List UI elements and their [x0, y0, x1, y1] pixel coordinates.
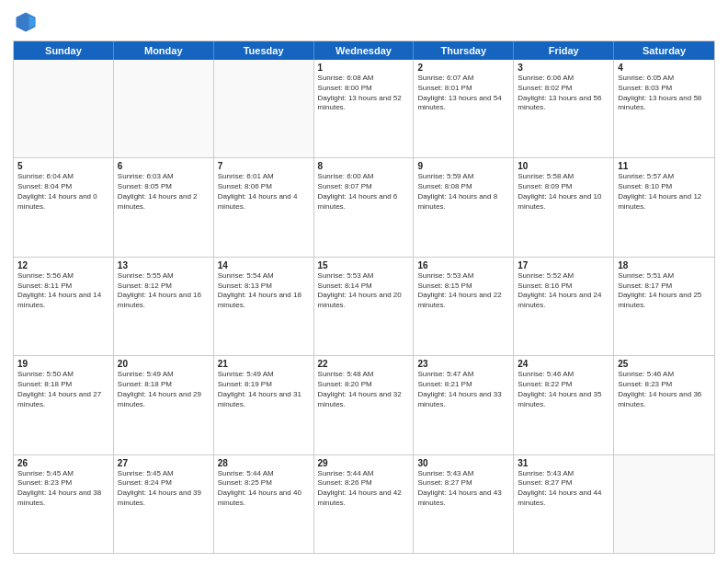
page: SundayMondayTuesdayWednesdayThursdayFrid…: [0, 0, 728, 563]
day-info: Sunrise: 5:45 AMSunset: 8:23 PMDaylight:…: [17, 469, 109, 509]
day-number: 23: [417, 359, 509, 369]
day-number: 25: [618, 359, 711, 369]
day-info: Sunrise: 6:03 AMSunset: 8:05 PMDaylight:…: [118, 172, 210, 212]
day-info: Sunrise: 5:51 AMSunset: 8:17 PMDaylight:…: [618, 271, 711, 311]
cal-cell-12: 12Sunrise: 5:56 AMSunset: 8:11 PMDayligh…: [14, 258, 114, 355]
day-info: Sunrise: 6:04 AMSunset: 8:04 PMDaylight:…: [17, 172, 109, 212]
cal-week-4: 19Sunrise: 5:50 AMSunset: 8:18 PMDayligh…: [14, 356, 714, 454]
day-number: 3: [518, 63, 609, 73]
cal-cell-26: 26Sunrise: 5:45 AMSunset: 8:23 PMDayligh…: [14, 455, 114, 553]
day-info: Sunrise: 5:45 AMSunset: 8:24 PMDaylight:…: [118, 469, 210, 509]
day-info: Sunrise: 5:47 AMSunset: 8:21 PMDaylight:…: [417, 370, 509, 409]
cal-cell-1: 1Sunrise: 6:08 AMSunset: 8:00 PMDaylight…: [314, 60, 415, 157]
day-number: 17: [518, 260, 609, 270]
cal-header-sunday: Sunday: [14, 41, 114, 60]
day-number: 2: [417, 63, 509, 73]
day-info: Sunrise: 6:01 AMSunset: 8:06 PMDaylight:…: [218, 172, 310, 212]
calendar-body: 1Sunrise: 6:08 AMSunset: 8:00 PMDaylight…: [14, 60, 714, 553]
cal-header-friday: Friday: [514, 41, 614, 60]
cal-cell-empty-0-1: [114, 60, 214, 157]
cal-week-5: 26Sunrise: 5:45 AMSunset: 8:23 PMDayligh…: [14, 455, 714, 553]
day-number: 26: [17, 458, 109, 468]
day-number: 22: [318, 359, 410, 369]
day-info: Sunrise: 5:48 AMSunset: 8:20 PMDaylight:…: [318, 370, 410, 409]
day-info: Sunrise: 5:58 AMSunset: 8:09 PMDaylight:…: [518, 172, 609, 212]
day-info: Sunrise: 5:43 AMSunset: 8:27 PMDaylight:…: [417, 469, 509, 509]
cal-cell-30: 30Sunrise: 5:43 AMSunset: 8:27 PMDayligh…: [414, 455, 514, 553]
calendar-header-row: SundayMondayTuesdayWednesdayThursdayFrid…: [14, 41, 714, 60]
cal-cell-13: 13Sunrise: 5:55 AMSunset: 8:12 PMDayligh…: [114, 258, 214, 355]
day-number: 11: [618, 161, 711, 171]
day-info: Sunrise: 5:44 AMSunset: 8:26 PMDaylight:…: [318, 469, 410, 509]
day-number: 21: [218, 359, 310, 369]
day-number: 5: [17, 161, 109, 171]
cal-cell-7: 7Sunrise: 6:01 AMSunset: 8:06 PMDaylight…: [214, 158, 314, 256]
day-number: 19: [17, 359, 109, 369]
day-number: 10: [518, 161, 609, 171]
cal-cell-21: 21Sunrise: 5:49 AMSunset: 8:19 PMDayligh…: [214, 356, 314, 454]
cal-cell-22: 22Sunrise: 5:48 AMSunset: 8:20 PMDayligh…: [314, 356, 415, 454]
cal-cell-19: 19Sunrise: 5:50 AMSunset: 8:18 PMDayligh…: [14, 356, 114, 454]
day-info: Sunrise: 5:53 AMSunset: 8:14 PMDaylight:…: [318, 271, 410, 311]
day-number: 9: [417, 161, 509, 171]
cal-cell-27: 27Sunrise: 5:45 AMSunset: 8:24 PMDayligh…: [114, 455, 214, 553]
logo: [13, 9, 42, 35]
day-info: Sunrise: 5:50 AMSunset: 8:18 PMDaylight:…: [17, 370, 109, 409]
day-number: 8: [318, 161, 410, 171]
day-number: 13: [118, 260, 210, 270]
cal-cell-15: 15Sunrise: 5:53 AMSunset: 8:14 PMDayligh…: [314, 258, 415, 355]
day-number: 24: [518, 359, 609, 369]
day-number: 7: [218, 161, 310, 171]
day-number: 31: [518, 458, 609, 468]
cal-header-tuesday: Tuesday: [214, 41, 314, 60]
cal-cell-25: 25Sunrise: 5:46 AMSunset: 8:23 PMDayligh…: [614, 356, 714, 454]
day-number: 28: [218, 458, 310, 468]
day-info: Sunrise: 6:05 AMSunset: 8:03 PMDaylight:…: [618, 74, 711, 113]
day-info: Sunrise: 5:49 AMSunset: 8:19 PMDaylight:…: [218, 370, 310, 409]
cal-cell-11: 11Sunrise: 5:57 AMSunset: 8:10 PMDayligh…: [614, 158, 714, 256]
calendar: SundayMondayTuesdayWednesdayThursdayFrid…: [13, 40, 715, 554]
cal-week-1: 1Sunrise: 6:08 AMSunset: 8:00 PMDaylight…: [14, 60, 714, 158]
day-number: 6: [118, 161, 210, 171]
cal-cell-10: 10Sunrise: 5:58 AMSunset: 8:09 PMDayligh…: [514, 158, 614, 256]
day-number: 30: [417, 458, 509, 468]
cal-cell-31: 31Sunrise: 5:43 AMSunset: 8:27 PMDayligh…: [514, 455, 614, 553]
cal-cell-3: 3Sunrise: 6:06 AMSunset: 8:02 PMDaylight…: [514, 60, 614, 157]
cal-cell-20: 20Sunrise: 5:49 AMSunset: 8:18 PMDayligh…: [114, 356, 214, 454]
cal-header-monday: Monday: [114, 41, 214, 60]
day-number: 1: [318, 63, 410, 73]
day-number: 15: [318, 260, 410, 270]
day-info: Sunrise: 6:08 AMSunset: 8:00 PMDaylight:…: [318, 74, 410, 113]
cal-cell-6: 6Sunrise: 6:03 AMSunset: 8:05 PMDaylight…: [114, 158, 214, 256]
day-info: Sunrise: 5:43 AMSunset: 8:27 PMDaylight:…: [518, 469, 609, 509]
cal-cell-5: 5Sunrise: 6:04 AMSunset: 8:04 PMDaylight…: [14, 158, 114, 256]
cal-cell-14: 14Sunrise: 5:54 AMSunset: 8:13 PMDayligh…: [214, 258, 314, 355]
cal-week-3: 12Sunrise: 5:56 AMSunset: 8:11 PMDayligh…: [14, 258, 714, 356]
day-info: Sunrise: 5:56 AMSunset: 8:11 PMDaylight:…: [17, 271, 109, 311]
day-info: Sunrise: 5:49 AMSunset: 8:18 PMDaylight:…: [118, 370, 210, 409]
cal-cell-24: 24Sunrise: 5:46 AMSunset: 8:22 PMDayligh…: [514, 356, 614, 454]
day-info: Sunrise: 5:53 AMSunset: 8:15 PMDaylight:…: [417, 271, 509, 311]
cal-cell-17: 17Sunrise: 5:52 AMSunset: 8:16 PMDayligh…: [514, 258, 614, 355]
cal-week-2: 5Sunrise: 6:04 AMSunset: 8:04 PMDaylight…: [14, 158, 714, 257]
day-number: 29: [318, 458, 410, 468]
cal-cell-empty-0-0: [14, 60, 114, 157]
day-info: Sunrise: 5:55 AMSunset: 8:12 PMDaylight:…: [118, 271, 210, 311]
logo-icon: [13, 9, 39, 35]
cal-cell-28: 28Sunrise: 5:44 AMSunset: 8:25 PMDayligh…: [214, 455, 314, 553]
day-number: 20: [118, 359, 210, 369]
cal-cell-23: 23Sunrise: 5:47 AMSunset: 8:21 PMDayligh…: [414, 356, 514, 454]
day-info: Sunrise: 5:46 AMSunset: 8:23 PMDaylight:…: [618, 370, 711, 409]
cal-cell-4: 4Sunrise: 6:05 AMSunset: 8:03 PMDaylight…: [614, 60, 714, 157]
day-info: Sunrise: 5:46 AMSunset: 8:22 PMDaylight:…: [518, 370, 609, 409]
day-number: 14: [218, 260, 310, 270]
day-info: Sunrise: 5:57 AMSunset: 8:10 PMDaylight:…: [618, 172, 711, 212]
cal-header-saturday: Saturday: [614, 41, 714, 60]
day-info: Sunrise: 6:07 AMSunset: 8:01 PMDaylight:…: [417, 74, 509, 113]
cal-cell-18: 18Sunrise: 5:51 AMSunset: 8:17 PMDayligh…: [614, 258, 714, 355]
day-number: 27: [118, 458, 210, 468]
cal-cell-29: 29Sunrise: 5:44 AMSunset: 8:26 PMDayligh…: [314, 455, 415, 553]
day-info: Sunrise: 6:06 AMSunset: 8:02 PMDaylight:…: [518, 74, 609, 113]
day-number: 18: [618, 260, 711, 270]
day-number: 12: [17, 260, 109, 270]
